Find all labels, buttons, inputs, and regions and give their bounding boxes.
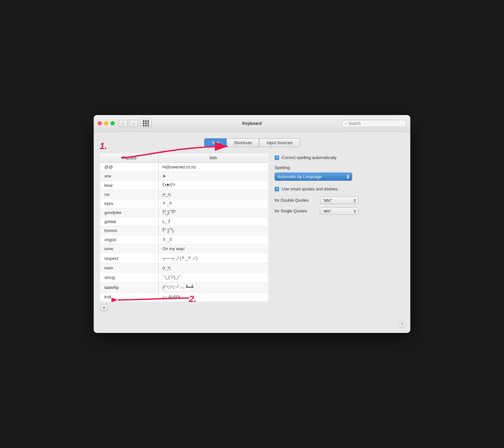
nav-buttons: ‹ › (119, 120, 138, 127)
spelling-dropdown-row: Automatic by Language (275, 173, 404, 181)
tab-input-sources[interactable]: Input Sources (259, 138, 300, 147)
with-cell: (͡° ʖ̯ ͡°) (159, 226, 268, 235)
with-cell: ¯\_(ツ)_/¯ (159, 272, 268, 283)
content-area: 1. Text Shortcuts Input Sources (94, 132, 410, 318)
grid-icon (143, 120, 149, 126)
replace-cell: gotdat (100, 217, 159, 226)
add-button[interactable]: + (100, 304, 108, 311)
correct-spelling-row: ✓ Correct spelling automatically (275, 155, 404, 160)
replace-cell: shrug (100, 272, 159, 283)
table-row[interactable]: eyesಠ_ಠ (100, 199, 268, 208)
double-quotes-value: “abc” (323, 198, 332, 203)
single-quotes-arrows-icon (354, 209, 356, 213)
table-row[interactable]: respect┬──┬ ノ(ಠ_ಠノ) (100, 253, 268, 263)
single-quotes-label: for Single Quotes (275, 208, 317, 213)
single-quotes-row: for Single Quotes ‘abc’ (275, 207, 404, 215)
search-icon: ⌕ (345, 121, 347, 126)
table-row[interactable]: arw➤ (100, 172, 268, 181)
table-row[interactable]: @@hi@owened.co.nz (100, 163, 268, 172)
with-cell: c_ ʔ (159, 217, 268, 226)
dropdown-arrows-icon (347, 175, 349, 179)
replace-cell: hmmm (100, 226, 159, 235)
with-cell: ಥ_ಥ (159, 235, 268, 244)
table-section: Replace With @@hi@owened.co.nzarw➤bearʕ•… (100, 154, 268, 311)
with-cell: On my way! (159, 244, 268, 253)
correct-spelling-checkbox[interactable]: ✓ (275, 155, 279, 160)
double-quotes-arrows-icon (354, 199, 356, 202)
with-cell: (•_•) (159, 263, 268, 272)
annotation-arrow-2 (111, 291, 195, 309)
annotation-label-2: 2. (189, 294, 196, 304)
with-cell: (•_•) (159, 190, 268, 199)
main-content: Replace With @@hi@owened.co.nzarw➤bearʕ•… (100, 154, 404, 311)
with-cell: (͡° ͜ʖ ͡°)͡° (159, 208, 268, 217)
double-quotes-row: for Double Quotes “abc” (275, 197, 404, 204)
back-button[interactable]: ‹ (119, 120, 128, 127)
spelling-section: Spelling: Automatic by Language (275, 165, 404, 181)
table-row[interactable]: sass(•_•) (100, 263, 268, 272)
checkmark-icon: ✓ (276, 155, 278, 160)
help-button[interactable]: ? (398, 321, 405, 328)
with-cell: ಠ_ಠ (159, 199, 268, 208)
spelling-label: Spelling: (275, 165, 404, 170)
titlebar: ‹ › Keyboard ⌕ (94, 115, 410, 132)
replace-cell: sass (100, 263, 159, 272)
window-title: Keyboard (242, 121, 262, 126)
double-quotes-dropdown[interactable]: “abc” (320, 197, 359, 204)
table-row[interactable]: goodjoke(͡° ͜ʖ ͡°)͡° (100, 208, 268, 217)
keyboard-preferences-window: ‹ › Keyboard ⌕ 1. (94, 115, 410, 333)
smart-quotes-label: Use smart quotes and dashes (282, 187, 338, 191)
bottom-bar: ? (94, 318, 410, 333)
checkmark-2-icon: ✓ (276, 187, 278, 191)
search-input[interactable] (349, 121, 404, 126)
replace-cell: @@ (100, 163, 159, 172)
maximize-button[interactable] (110, 121, 115, 125)
annotation-arrow-1 (111, 137, 247, 163)
double-quotes-label: for Double Quotes (275, 198, 317, 203)
replace-cell: arw (100, 172, 159, 181)
table-row[interactable]: hmmm(͡° ʖ̯ ͡°) (100, 226, 268, 235)
replace-table: Replace With @@hi@owened.co.nzarw➤bearʕ•… (100, 154, 268, 302)
single-quotes-value: ‘abc’ (323, 208, 331, 213)
smart-quotes-checkbox[interactable]: ✓ (275, 187, 279, 191)
spelling-dropdown-value: Automatic by Language (278, 174, 322, 179)
with-cell: ʕ•ᴥ•ʔ? (159, 181, 268, 190)
table-row[interactable]: csi(•_•) (100, 190, 268, 199)
replace-cell: bear (100, 181, 159, 190)
table-row[interactable]: shrug¯\_(ツ)_/¯ (100, 272, 268, 283)
smart-quotes-row: ✓ Use smart quotes and dashes (275, 187, 404, 191)
replace-cell: goodjoke (100, 208, 159, 217)
with-cell: ➤ (159, 172, 268, 181)
table-row[interactable]: ohgodಥ_ಥ (100, 235, 268, 244)
table-row[interactable]: bearʕ•ᴥ•ʔ? (100, 181, 268, 190)
with-cell: ┬──┬ ノ(ಠ_ಠノ) (159, 253, 268, 263)
forward-button[interactable]: › (129, 120, 138, 127)
settings-section: ✓ Correct spelling automatically Spellin… (275, 154, 404, 311)
replace-cell: csi (100, 190, 159, 199)
replace-cell: omw (100, 244, 159, 253)
spelling-dropdown[interactable]: Automatic by Language (275, 173, 352, 181)
correct-spelling-label: Correct spelling automatically (282, 155, 337, 160)
single-quotes-dropdown[interactable]: ‘abc’ (320, 207, 359, 215)
replace-cell: eyes (100, 199, 159, 208)
table-row[interactable]: omwOn my way! (100, 244, 268, 253)
grid-button[interactable] (140, 119, 152, 128)
minimize-button[interactable] (104, 121, 108, 125)
with-cell: hi@owened.co.nz (159, 163, 268, 172)
traffic-lights (98, 121, 115, 125)
close-button[interactable] (98, 121, 102, 125)
replace-cell: respect (100, 253, 159, 263)
table-row[interactable]: gotdatc_ ʔ (100, 217, 268, 226)
annotation-label-1: 1. (100, 141, 107, 151)
search-box[interactable]: ⌕ (342, 120, 406, 127)
replace-cell: ohgod (100, 235, 159, 244)
